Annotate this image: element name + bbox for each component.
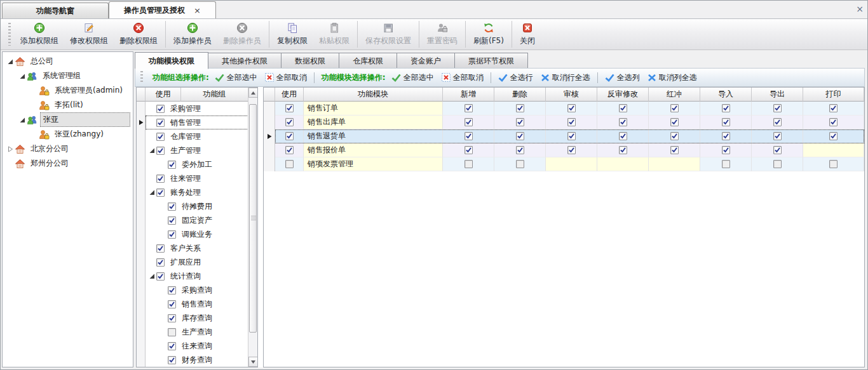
func-group-row-body[interactable]: 往来查询 <box>146 339 257 353</box>
perm-cell[interactable] <box>494 116 546 129</box>
tree-expander[interactable] <box>147 273 156 279</box>
permission-checkbox[interactable] <box>156 119 165 127</box>
perm-cell[interactable] <box>700 102 752 116</box>
permission-checkbox[interactable] <box>619 132 627 140</box>
refresh-button[interactable]: 刷新(F5) <box>468 20 510 48</box>
permission-checkbox[interactable] <box>773 104 782 112</box>
grid-column-header[interactable]: 导出 <box>752 88 803 102</box>
copy-perm-button[interactable]: 复制权限 <box>271 20 313 48</box>
tree-expander[interactable] <box>5 146 15 152</box>
perm-cell[interactable] <box>700 143 752 157</box>
perm-cell[interactable] <box>443 157 494 171</box>
toolbar-grip[interactable] <box>8 23 11 46</box>
permission-checkbox[interactable] <box>773 160 782 168</box>
tree-expander[interactable] <box>5 58 15 65</box>
permission-checkbox[interactable] <box>156 147 165 155</box>
permission-checkbox[interactable] <box>168 230 176 239</box>
func-group-row-body[interactable]: 扩展应用 <box>146 255 257 269</box>
permission-checkbox[interactable] <box>670 104 679 112</box>
func-group-row-body[interactable]: 待摊费用 <box>146 199 257 213</box>
perm-cell[interactable] <box>443 102 494 116</box>
perm-cell[interactable] <box>443 129 494 143</box>
org-tree-item[interactable]: 系统管理员(admin) <box>3 83 133 98</box>
func-group-row-body[interactable]: 生产查询 <box>146 325 257 339</box>
permission-checkbox[interactable] <box>829 104 837 112</box>
grid-column-header[interactable]: 新增 <box>443 88 494 102</box>
perm-cell[interactable] <box>700 157 752 171</box>
permission-checkbox[interactable] <box>156 272 165 281</box>
permission-checkbox[interactable] <box>722 146 730 154</box>
perm-cell[interactable] <box>546 143 597 157</box>
use-cell[interactable] <box>275 157 304 171</box>
module-grid-row[interactable]: 销售出库单 <box>264 116 864 129</box>
module-name-cell[interactable]: 销售报价单 <box>304 143 443 157</box>
tab-close-icon[interactable]: × <box>194 6 201 15</box>
add-perm-group-button[interactable]: 添加权限组 <box>15 20 64 48</box>
perm-tab-5[interactable]: 票据环节权限 <box>454 53 528 69</box>
permission-checkbox[interactable] <box>156 244 165 253</box>
permission-checkbox[interactable] <box>156 188 165 197</box>
perm-tab-4[interactable]: 资金账户 <box>397 53 455 69</box>
permission-checkbox[interactable] <box>465 104 473 112</box>
ops-action[interactable]: 全选行 <box>498 72 533 83</box>
func-group-row-body[interactable]: 统计查询 <box>146 269 257 283</box>
func-group-row-body[interactable]: 财务查询 <box>146 353 257 367</box>
grid-column-header[interactable]: 使用 <box>275 88 304 102</box>
permission-checkbox[interactable] <box>829 160 837 168</box>
perm-cell[interactable] <box>803 102 864 116</box>
func-group-row[interactable]: 财务查询 <box>137 353 257 367</box>
permission-checkbox[interactable] <box>285 160 294 168</box>
func-group-row-body[interactable]: 库存查询 <box>146 311 257 325</box>
header-use[interactable]: 使用 <box>146 88 181 102</box>
tree-expander[interactable] <box>17 117 27 123</box>
permission-checkbox[interactable] <box>156 133 165 141</box>
scroll-down-button[interactable] <box>248 357 258 367</box>
permission-checkbox[interactable] <box>516 160 524 168</box>
permission-checkbox[interactable] <box>168 300 176 308</box>
permission-checkbox[interactable] <box>156 258 165 267</box>
tab-operator-management[interactable]: 操作员管理及授权 × <box>109 1 216 18</box>
permission-checkbox[interactable] <box>516 146 524 154</box>
module-name-cell[interactable]: 销项发票管理 <box>304 157 443 171</box>
func-group-row[interactable]: 往来查询 <box>137 339 257 353</box>
permission-checkbox[interactable] <box>168 286 176 294</box>
permission-checkbox[interactable] <box>168 202 176 211</box>
func-group-row-body[interactable]: 生产管理 <box>146 143 257 157</box>
grid-column-header[interactable]: 删除 <box>494 88 546 102</box>
permission-checkbox[interactable] <box>773 132 782 140</box>
permission-checkbox[interactable] <box>168 328 176 336</box>
ops-action[interactable]: 全部取消 <box>265 72 307 83</box>
permission-checkbox[interactable] <box>722 160 730 168</box>
perm-cell[interactable] <box>752 129 803 143</box>
permission-checkbox[interactable] <box>567 104 576 112</box>
org-tree-item[interactable]: 张亚(zhangy) <box>3 127 133 142</box>
func-group-row[interactable]: 待摊费用 <box>137 199 257 213</box>
use-cell[interactable] <box>275 102 304 116</box>
close-button[interactable]: 关闭 <box>514 20 541 48</box>
func-group-row[interactable]: 往来管理 <box>137 171 257 185</box>
permission-checkbox[interactable] <box>516 104 524 112</box>
func-group-row-body[interactable]: 委外加工 <box>146 157 257 171</box>
permission-checkbox[interactable] <box>285 104 294 112</box>
perm-cell[interactable] <box>649 116 700 129</box>
func-group-row[interactable]: 采购管理 <box>137 102 257 116</box>
func-group-row-body[interactable]: 仓库管理 <box>146 129 257 143</box>
perm-cell[interactable] <box>700 129 752 143</box>
func-group-row[interactable]: 仓库管理 <box>137 129 257 143</box>
permission-checkbox[interactable] <box>722 132 730 140</box>
permission-checkbox[interactable] <box>156 105 165 113</box>
module-name-cell[interactable]: 销售退货单 <box>304 129 443 143</box>
perm-cell[interactable] <box>649 143 700 157</box>
perm-cell[interactable] <box>546 129 597 143</box>
permission-checkbox[interactable] <box>722 118 730 126</box>
perm-cell[interactable] <box>700 116 752 129</box>
func-group-row[interactable]: 销售管理 <box>137 116 257 129</box>
grid-column-header[interactable]: 审核 <box>546 88 597 102</box>
org-tree-item[interactable]: 李拓(lit) <box>3 98 133 112</box>
func-group-row[interactable]: 扩展应用 <box>137 255 257 269</box>
perm-cell[interactable] <box>803 116 864 129</box>
perm-cell[interactable] <box>752 157 803 171</box>
ops-action[interactable]: 全部选中 <box>391 72 434 83</box>
tree-expander[interactable] <box>17 73 27 79</box>
func-group-row-body[interactable]: 销售查询 <box>146 297 257 311</box>
